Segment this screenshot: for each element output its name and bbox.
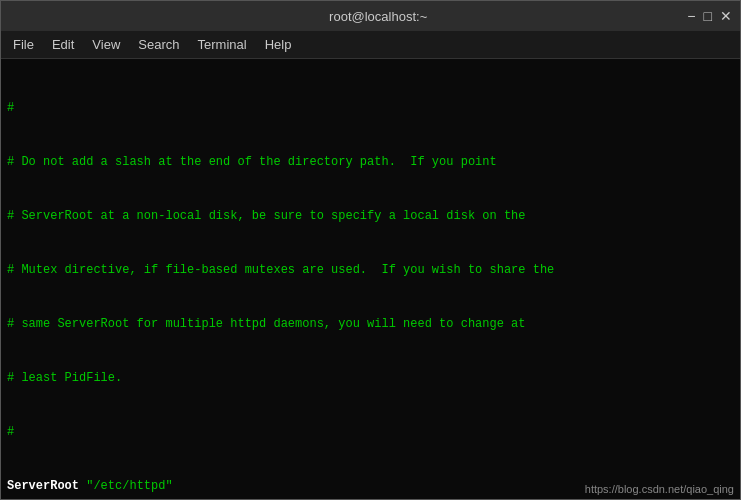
line-1: # bbox=[7, 99, 734, 117]
menu-terminal[interactable]: Terminal bbox=[190, 35, 255, 54]
menu-help[interactable]: Help bbox=[257, 35, 300, 54]
terminal-body[interactable]: # # Do not add a slash at the end of the… bbox=[1, 59, 740, 499]
maximize-button[interactable]: □ bbox=[704, 9, 712, 23]
window-controls[interactable]: − □ ✕ bbox=[687, 9, 732, 23]
titlebar: root@localhost:~ − □ ✕ bbox=[1, 1, 740, 31]
line-4: # Mutex directive, if file-based mutexes… bbox=[7, 261, 734, 279]
line-6: # least PidFile. bbox=[7, 369, 734, 387]
serverroot-key: ServerRoot bbox=[7, 479, 79, 493]
window-title: root@localhost:~ bbox=[69, 9, 687, 24]
terminal-window: root@localhost:~ − □ ✕ File Edit View Se… bbox=[0, 0, 741, 500]
line-3: # ServerRoot at a non-local disk, be sur… bbox=[7, 207, 734, 225]
menu-file[interactable]: File bbox=[5, 35, 42, 54]
url-bar: https://blog.csdn.net/qiao_qing bbox=[585, 483, 734, 495]
serverroot-val: "/etc/httpd" bbox=[86, 479, 172, 493]
menubar: File Edit View Search Terminal Help bbox=[1, 31, 740, 59]
terminal-content: # # Do not add a slash at the end of the… bbox=[7, 63, 734, 499]
menu-search[interactable]: Search bbox=[130, 35, 187, 54]
minimize-button[interactable]: − bbox=[687, 9, 695, 23]
line-5: # same ServerRoot for multiple httpd dae… bbox=[7, 315, 734, 333]
line-2: # Do not add a slash at the end of the d… bbox=[7, 153, 734, 171]
line-7: # bbox=[7, 423, 734, 441]
menu-view[interactable]: View bbox=[84, 35, 128, 54]
menu-edit[interactable]: Edit bbox=[44, 35, 82, 54]
close-button[interactable]: ✕ bbox=[720, 9, 732, 23]
